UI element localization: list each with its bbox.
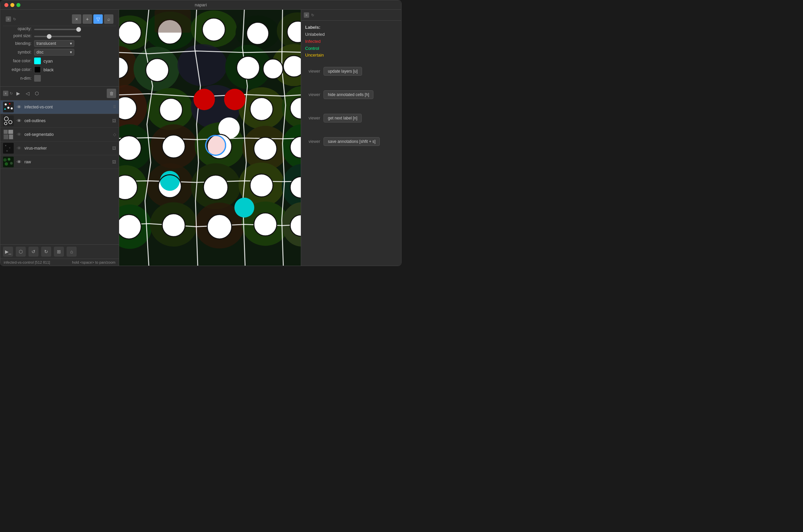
- layer-item-infected[interactable]: 👁 infected-vs-cont ⠿: [0, 100, 119, 114]
- traffic-lights: [4, 3, 20, 7]
- svg-point-23: [10, 162, 13, 165]
- layer-name-raw: raw: [24, 159, 110, 164]
- save-annotations-button[interactable]: save annotations [shfit + s]: [324, 137, 380, 146]
- label-infected: Infected: [305, 38, 397, 45]
- right-panel: × ↻ Labels: Unlabeled Infected Control U…: [301, 10, 401, 266]
- layer-vis-infected[interactable]: 👁: [16, 104, 22, 110]
- svg-point-3: [7, 107, 9, 109]
- layer-close-button[interactable]: ×: [3, 91, 8, 96]
- viewer-label-4: viewer: [305, 139, 320, 144]
- svg-point-1: [5, 103, 7, 106]
- add-tool-button[interactable]: +: [83, 14, 92, 24]
- maximize-button[interactable]: [16, 3, 20, 7]
- viewer-label-1: viewer: [305, 69, 320, 74]
- status-right: hold <space> to pan/zoom: [72, 260, 115, 264]
- blending-value: translucent: [37, 41, 56, 46]
- ndim-row: n-dim:: [3, 75, 116, 82]
- layer-thumb-virus: [3, 143, 14, 154]
- svg-rect-11: [4, 130, 8, 134]
- label-uncertain: Uncertain: [305, 52, 397, 59]
- layer-item-raw[interactable]: 👁 raw 🖼: [0, 155, 119, 169]
- point-size-slider[interactable]: [34, 36, 81, 37]
- layer-poly-icon: ◇: [113, 132, 116, 137]
- viewer-actions: viewer update layers [u] viewer hide ann…: [305, 64, 397, 154]
- layer-item-segmentation[interactable]: 👁 cell-segmentatio ◇: [0, 128, 119, 141]
- opacity-row: opacity:: [3, 26, 116, 31]
- hide-annotated-button[interactable]: hide annotated cells [h]: [324, 90, 374, 99]
- opacity-slider[interactable]: [34, 29, 81, 30]
- viewer-label-2: viewer: [305, 92, 320, 97]
- svg-point-4: [4, 109, 6, 110]
- right-content: Labels: Unlabeled Infected Control Uncer…: [301, 21, 401, 266]
- search-tool-button[interactable]: ⌕: [104, 14, 113, 24]
- symbol-select[interactable]: disc ▾: [34, 49, 74, 56]
- viewer-label-3: viewer: [305, 116, 320, 120]
- face-color-name: cyan: [43, 59, 53, 63]
- svg-point-22: [5, 162, 8, 166]
- console-button[interactable]: ▶_: [3, 247, 13, 256]
- props-refresh-icon: ↻: [13, 17, 16, 21]
- filter-tool-button[interactable]: ▽: [93, 14, 103, 24]
- status-left: infected-vs-control [512 811]: [4, 260, 50, 264]
- symbol-row: symbol: disc ▾: [3, 49, 116, 56]
- get-next-label-button[interactable]: get next label [n]: [324, 114, 362, 122]
- layer-vis-outlines[interactable]: 👁: [16, 117, 22, 124]
- tag-tool-button[interactable]: ⬡: [33, 89, 41, 97]
- props-close-button[interactable]: ×: [6, 16, 11, 22]
- canvas-area[interactable]: [119, 10, 301, 266]
- undo-button[interactable]: ↺: [28, 247, 38, 256]
- grid-button[interactable]: ⊞: [54, 247, 64, 256]
- blending-label: blending:: [3, 41, 32, 46]
- blending-select[interactable]: translucent ▾: [34, 40, 74, 47]
- layer-item-virus[interactable]: 👁 virus-marker 🖼: [0, 141, 119, 155]
- shape-tool-button[interactable]: ◁: [23, 89, 32, 97]
- viewer-row-save: viewer save annotations [shfit + s]: [305, 137, 397, 146]
- update-layers-button[interactable]: update layers [u]: [324, 67, 362, 76]
- bio-canvas-svg[interactable]: [119, 10, 301, 266]
- redo-button[interactable]: ↻: [41, 247, 51, 256]
- toolbar-icons: × + ▽ ⌕: [72, 14, 113, 24]
- viewer-row-update: viewer update layers [u]: [305, 67, 397, 76]
- titlebar: napari: [0, 0, 401, 10]
- layer-vis-segmentation[interactable]: 👁: [16, 131, 22, 138]
- blending-chevron-icon: ▾: [70, 41, 72, 46]
- svg-point-20: [3, 158, 7, 162]
- svg-rect-13: [4, 134, 8, 139]
- ndim-checkbox[interactable]: [34, 75, 41, 82]
- close-button[interactable]: [4, 3, 8, 7]
- delete-layer-button[interactable]: 🗑: [107, 89, 116, 98]
- layer-item-outlines[interactable]: 👁 cell-outlines 🖼: [0, 114, 119, 128]
- point-size-label: point size:: [3, 34, 32, 38]
- minimize-button[interactable]: [11, 3, 14, 7]
- cube-button[interactable]: ⬡: [16, 247, 26, 256]
- ndim-label: n-dim:: [3, 76, 32, 81]
- blending-row: blending: translucent ▾: [3, 40, 116, 47]
- close-tool-button[interactable]: ×: [72, 14, 81, 24]
- app-title: napari: [195, 2, 207, 7]
- properties-section: × ↻ × + ▽ ⌕ opacity: point size:: [0, 10, 119, 87]
- point-size-slider-container: [34, 33, 116, 38]
- select-tool-button[interactable]: ▶: [14, 89, 22, 97]
- status-bar: infected-vs-control [512 811] hold <spac…: [0, 259, 119, 266]
- face-color-swatch[interactable]: [34, 58, 41, 64]
- right-refresh-icon: ↻: [311, 13, 314, 17]
- layer-thumb-outlines: [3, 115, 14, 126]
- right-close-button[interactable]: ×: [304, 12, 309, 18]
- layer-name-segmentation: cell-segmentatio: [24, 132, 111, 137]
- svg-rect-14: [9, 134, 13, 139]
- layer-name-infected: infected-vs-cont: [24, 105, 111, 109]
- layer-thumb-raw: [3, 157, 14, 167]
- layer-toolbar: × ↻ ▶ ◁ ⬡ 🗑: [0, 87, 119, 100]
- svg-point-18: [6, 150, 8, 152]
- symbol-value: disc: [37, 50, 43, 55]
- layer-vis-raw[interactable]: 👁: [16, 158, 22, 165]
- layer-name-virus: virus-marker: [24, 146, 110, 151]
- layer-vis-virus[interactable]: 👁: [16, 145, 22, 152]
- layers-list: 👁 infected-vs-cont ⠿ 👁 cell-outlines 🖼: [0, 100, 119, 244]
- edge-color-swatch[interactable]: [34, 66, 41, 73]
- layer-refresh-icon: ↻: [10, 91, 13, 96]
- layer-name-outlines: cell-outlines: [24, 118, 110, 123]
- home-button[interactable]: ⌂: [66, 247, 77, 256]
- right-header: × ↻: [301, 10, 401, 21]
- left-panel: × ↻ × + ▽ ⌕ opacity: point size:: [0, 10, 119, 266]
